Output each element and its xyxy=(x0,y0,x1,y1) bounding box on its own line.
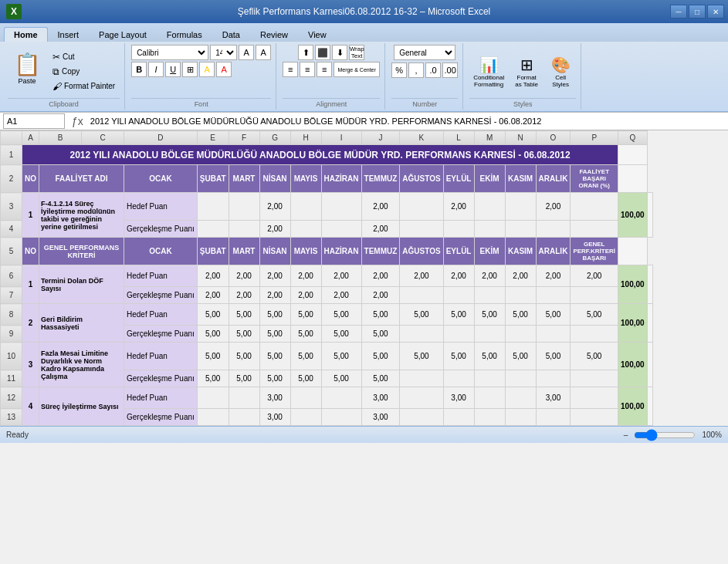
increase-font-button[interactable]: A xyxy=(239,45,254,60)
format-as-table-button[interactable]: ⊞ Formatas Table xyxy=(511,49,542,95)
temmuz-pg2[interactable] xyxy=(400,326,443,343)
mart-ph4[interactable]: 3,00 xyxy=(259,387,290,409)
kasim-ph3[interactable]: 5,00 xyxy=(536,343,571,370)
tab-page-layout[interactable]: Page Layout xyxy=(89,27,157,42)
temmuz-pg1[interactable] xyxy=(400,287,443,304)
mayis-h1[interactable] xyxy=(321,193,361,221)
copy-button[interactable]: ⧉ Copy xyxy=(48,65,120,79)
aralik-ph4[interactable] xyxy=(571,387,618,409)
ocak-ph2[interactable]: 5,00 xyxy=(197,304,229,326)
mart-pg3[interactable]: 5,00 xyxy=(259,370,290,387)
subat-ph3[interactable]: 5,00 xyxy=(229,343,259,370)
kasim-ph4[interactable]: 3,00 xyxy=(536,387,571,409)
col-header-d[interactable]: D xyxy=(124,131,198,145)
haziran-ph4[interactable]: 3,00 xyxy=(361,387,400,409)
temmuz-pg3[interactable] xyxy=(400,370,443,387)
decrease-decimal-button[interactable]: .00 xyxy=(442,62,458,78)
mart-pg2[interactable]: 5,00 xyxy=(259,326,290,343)
tab-formulas[interactable]: Formulas xyxy=(157,27,212,42)
subat-ph1[interactable]: 2,00 xyxy=(229,265,259,287)
row-header-1[interactable]: 1 xyxy=(1,145,22,165)
subat-ph4[interactable] xyxy=(229,387,259,409)
ocak-pg2[interactable]: 5,00 xyxy=(197,326,229,343)
align-middle-button[interactable]: ⬛ xyxy=(315,45,330,60)
mart-h1[interactable]: 2,00 xyxy=(259,193,290,221)
nisan-pg3[interactable]: 5,00 xyxy=(290,370,321,387)
mayis-pg2[interactable]: 5,00 xyxy=(321,326,361,343)
col-header-o[interactable]: O xyxy=(536,131,571,145)
agustos-pg3[interactable] xyxy=(443,370,474,387)
main-title-cell[interactable]: 2012 YILI ANADOLU BÖLGE MÜDÜRLÜĞÜ ANADOL… xyxy=(22,145,618,165)
row-header-3[interactable]: 3 xyxy=(1,193,22,221)
tab-home[interactable]: Home xyxy=(4,27,48,42)
eylul-pg1[interactable] xyxy=(474,287,505,304)
kasim-pg2[interactable] xyxy=(536,326,571,343)
agustos-pg2[interactable] xyxy=(443,326,474,343)
row-header-2[interactable]: 2 xyxy=(1,165,22,193)
conditional-formatting-button[interactable]: 📊 ConditionalFormatting xyxy=(469,49,508,95)
window-controls[interactable]: ─ □ ✕ xyxy=(670,5,724,19)
mayis-g1[interactable] xyxy=(321,221,361,238)
mart-ph3[interactable]: 5,00 xyxy=(259,343,290,370)
mart-pg1[interactable]: 2,00 xyxy=(259,287,290,304)
minimize-button[interactable]: ─ xyxy=(670,5,687,19)
nisan-g1[interactable] xyxy=(290,221,321,238)
ekim-ph4[interactable] xyxy=(505,387,536,409)
align-bottom-button[interactable]: ⬇ xyxy=(332,45,347,60)
temmuz-ph2[interactable]: 5,00 xyxy=(400,304,443,326)
row-header-6[interactable]: 6 xyxy=(1,265,22,287)
ocak-g1[interactable] xyxy=(197,221,229,238)
mart-g1[interactable]: 2,00 xyxy=(259,221,290,238)
row-header-4[interactable]: 4 xyxy=(1,221,22,238)
font-size-select[interactable]: 14 xyxy=(210,45,237,60)
kasim-g1[interactable] xyxy=(536,221,571,238)
agustos-ph4[interactable]: 3,00 xyxy=(443,387,474,409)
haziran-pg1[interactable]: 2,00 xyxy=(361,287,400,304)
haziran-ph1[interactable]: 2,00 xyxy=(361,265,400,287)
col-header-c[interactable]: C xyxy=(82,131,124,145)
eylul-h1[interactable] xyxy=(474,193,505,221)
aralik-ph1[interactable]: 2,00 xyxy=(571,265,618,287)
mayis-pg3[interactable]: 5,00 xyxy=(321,370,361,387)
subat-h1[interactable] xyxy=(229,193,259,221)
nisan-h1[interactable] xyxy=(290,193,321,221)
row-header-12[interactable]: 12 xyxy=(1,387,22,409)
ekim-pg3[interactable] xyxy=(505,370,536,387)
temmuz-ph1[interactable]: 2,00 xyxy=(400,265,443,287)
mayis-ph2[interactable]: 5,00 xyxy=(321,304,361,326)
bold-button[interactable]: B xyxy=(131,62,147,77)
italic-button[interactable]: I xyxy=(148,62,164,77)
ocak-pg3[interactable]: 5,00 xyxy=(197,370,229,387)
temmuz-pg4[interactable] xyxy=(400,409,443,426)
col-header-p[interactable]: P xyxy=(571,131,618,145)
col-header-l[interactable]: L xyxy=(443,131,474,145)
font-name-select[interactable]: Calibri xyxy=(131,45,208,60)
col-header-i[interactable]: I xyxy=(321,131,361,145)
mayis-ph4[interactable] xyxy=(321,387,361,409)
font-color-button[interactable]: A xyxy=(216,62,232,77)
col-header-q[interactable]: Q xyxy=(618,131,648,145)
align-right-button[interactable]: ≡ xyxy=(317,62,332,77)
tab-review[interactable]: Review xyxy=(250,27,298,42)
col-header-k[interactable]: K xyxy=(400,131,443,145)
agustos-h1[interactable]: 2,00 xyxy=(443,193,474,221)
cell-styles-button[interactable]: 🎨 CellStyles xyxy=(545,49,576,95)
mart-pg4[interactable]: 3,00 xyxy=(259,409,290,426)
percent-button[interactable]: % xyxy=(391,62,407,78)
format-painter-button[interactable]: 🖌 Format Painter xyxy=(48,79,120,93)
ocak-ph1[interactable]: 2,00 xyxy=(197,265,229,287)
ekim-ph2[interactable]: 5,00 xyxy=(505,304,536,326)
sheet-scroll-area[interactable]: A B C D E F G H I J K L M N O P Q xyxy=(0,130,728,426)
formula-input[interactable] xyxy=(87,113,728,129)
temmuz-ph4[interactable] xyxy=(400,387,443,409)
haziran-pg3[interactable]: 5,00 xyxy=(361,370,400,387)
col-header-a[interactable]: A xyxy=(22,131,39,145)
ekim-h1[interactable] xyxy=(505,193,536,221)
nisan-ph4[interactable] xyxy=(290,387,321,409)
col-header-n[interactable]: N xyxy=(505,131,536,145)
maximize-button[interactable]: □ xyxy=(689,5,706,19)
ekim-g1[interactable] xyxy=(505,221,536,238)
aralik-pg2[interactable] xyxy=(571,326,618,343)
underline-button[interactable]: U xyxy=(165,62,181,77)
eylul-ph3[interactable]: 5,00 xyxy=(474,343,505,370)
